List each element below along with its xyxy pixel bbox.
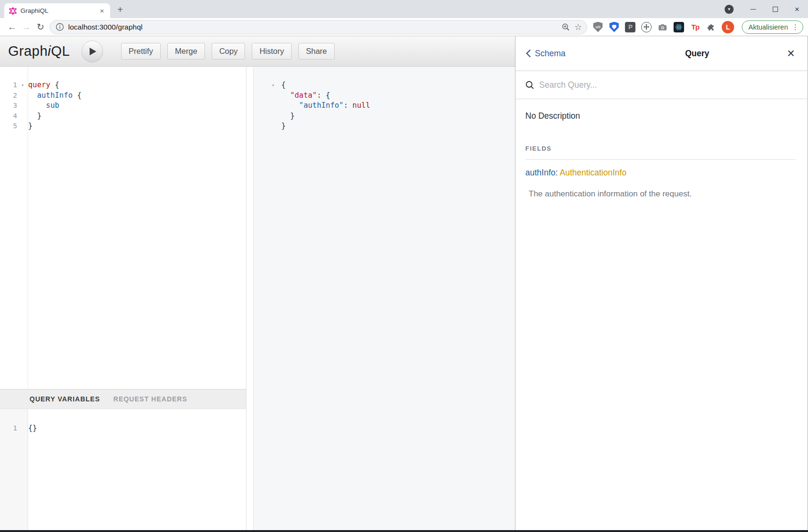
graphql-favicon-icon xyxy=(9,7,17,15)
code-line[interactable]: 3 sub xyxy=(0,101,246,111)
line-number: 4 xyxy=(0,111,17,122)
code-text[interactable]: { xyxy=(281,80,286,91)
query-variables-editor[interactable]: 1{} xyxy=(0,409,246,532)
code-text[interactable]: authInfo { xyxy=(28,91,82,101)
bitwarden-extension-icon[interactable] xyxy=(608,21,620,33)
code-text[interactable]: {} xyxy=(28,423,37,434)
fold-toggle-icon xyxy=(17,111,28,122)
doc-back-label: Schema xyxy=(535,49,565,59)
code-line[interactable]: "authInfo": null xyxy=(254,101,515,111)
line-number: 3 xyxy=(0,101,17,111)
url-text[interactable]: localhost:3000/graphql xyxy=(68,23,557,31)
ublock-letters: uO xyxy=(596,25,601,29)
code-line[interactable]: } xyxy=(254,121,515,132)
fields-divider xyxy=(525,159,796,160)
bookmark-star-icon[interactable]: ☆ xyxy=(574,22,582,32)
history-button[interactable]: History xyxy=(252,43,291,60)
tab-request-headers[interactable]: REQUEST HEADERS xyxy=(113,395,187,403)
minimize-button[interactable] xyxy=(742,1,764,17)
token: {} xyxy=(28,424,37,432)
fold-toggle-icon xyxy=(272,111,281,122)
code-text[interactable]: sub xyxy=(28,101,59,111)
graphiql-app: GraphiQL PrettifyMergeCopyHistoryShare 1… xyxy=(0,36,808,532)
chevron-left-icon xyxy=(525,49,532,58)
browser-tab[interactable]: GraphiQL × xyxy=(4,3,110,18)
response-pane[interactable]: ▾{ "data": { "authInfo": null }} xyxy=(254,67,515,532)
doc-search-input[interactable] xyxy=(539,80,798,90)
code-line[interactable]: } xyxy=(254,111,515,122)
fold-toggle-icon xyxy=(272,121,281,132)
zoom-level-icon[interactable] xyxy=(562,23,570,31)
token xyxy=(28,101,46,110)
code-text[interactable]: query { xyxy=(28,80,59,91)
chrome-update-button[interactable]: Aktualisieren ⋮ xyxy=(742,20,803,34)
code-line[interactable]: ▾{ xyxy=(254,80,515,91)
code-text[interactable]: "data": { xyxy=(281,91,330,101)
fold-toggle-icon[interactable]: ▾ xyxy=(17,80,28,91)
move-extension-icon[interactable] xyxy=(641,21,653,33)
variables-tab-bar: QUERY VARIABLESREQUEST HEADERS xyxy=(0,389,246,409)
site-info-icon[interactable] xyxy=(56,23,64,31)
token: : { xyxy=(317,91,330,100)
code-text[interactable]: } xyxy=(28,111,41,122)
bitwarden-inner-shield xyxy=(612,25,616,30)
type-description: No Description xyxy=(525,111,796,121)
field-description: The authentication information of the re… xyxy=(525,189,796,199)
field-type-link[interactable]: AuthenticationInfo xyxy=(560,168,626,177)
token xyxy=(28,91,37,100)
code-text[interactable]: } xyxy=(281,111,295,122)
address-bar[interactable]: localhost:3000/graphql ☆ xyxy=(50,20,587,34)
line-number: 1 xyxy=(0,80,17,91)
pane-resize-handle[interactable] xyxy=(246,67,254,532)
reload-button[interactable]: ↻ xyxy=(33,20,48,34)
browser-tab-strip: GraphiQL × + ▼ × xyxy=(0,0,808,18)
code-line[interactable]: 4 } xyxy=(0,111,246,122)
fold-toggle-icon[interactable]: ▾ xyxy=(272,80,281,91)
merge-button[interactable]: Merge xyxy=(167,43,205,60)
copy-button[interactable]: Copy xyxy=(212,43,245,60)
p-extension-icon[interactable]: P xyxy=(624,21,636,33)
code-line[interactable]: "data": { xyxy=(254,91,515,101)
tab-query-variables[interactable]: QUERY VARIABLES xyxy=(30,395,100,403)
ublock-extension-icon[interactable]: uO xyxy=(592,21,604,33)
code-line[interactable]: 1{} xyxy=(0,423,246,434)
tab-search-button[interactable]: ▼ xyxy=(725,5,734,14)
query-editor[interactable]: 1▾query {2 authInfo {3 sub4 }5} xyxy=(0,67,246,389)
token: } xyxy=(281,112,295,120)
code-text[interactable]: } xyxy=(281,121,286,132)
doc-explorer-panel: Query Schema × No Description FIELDS aut… xyxy=(515,36,808,532)
fold-toggle-icon xyxy=(17,121,28,132)
token: } xyxy=(28,122,32,130)
field-name-link[interactable]: authInfo xyxy=(525,168,555,177)
update-label: Aktualisieren xyxy=(748,23,788,31)
execute-query-button[interactable] xyxy=(82,41,103,62)
code-line[interactable]: 5} xyxy=(0,121,246,132)
query-pane: 1▾query {2 authInfo {3 sub4 }5} QUERY VA… xyxy=(0,67,246,532)
close-icon: × xyxy=(795,5,799,13)
prettify-button[interactable]: Prettify xyxy=(121,43,161,60)
share-button[interactable]: Share xyxy=(298,43,335,60)
react-devtools-extension-icon[interactable] xyxy=(673,21,685,33)
doc-close-button[interactable]: × xyxy=(787,47,795,60)
extensions-puzzle-icon[interactable] xyxy=(706,21,717,33)
tab-close-icon[interactable]: × xyxy=(98,7,106,15)
code-line[interactable]: 2 authInfo { xyxy=(0,91,246,101)
token: "authInfo" xyxy=(299,101,343,110)
code-text[interactable]: } xyxy=(28,121,32,132)
doc-back-link[interactable]: Schema xyxy=(525,49,565,59)
maximize-button[interactable] xyxy=(764,1,786,17)
token xyxy=(281,101,299,110)
profile-avatar[interactable]: L xyxy=(722,21,734,33)
screenshot-extension-icon[interactable] xyxy=(657,21,669,33)
menu-kebab-icon[interactable]: ⋮ xyxy=(792,23,799,31)
tp-extension-icon[interactable]: Tp xyxy=(689,21,701,33)
code-line[interactable]: 1▾query { xyxy=(0,80,246,91)
new-tab-button[interactable]: + xyxy=(114,3,126,16)
forward-button[interactable]: → xyxy=(19,20,33,34)
token: sub xyxy=(46,101,59,110)
back-button[interactable]: ← xyxy=(5,20,19,34)
token: "data" xyxy=(290,91,317,100)
code-text[interactable]: "authInfo": null xyxy=(281,101,370,111)
close-window-button[interactable]: × xyxy=(786,1,808,17)
extensions-row: uO P Tp L Aktualisieren ⋮ xyxy=(592,20,803,34)
